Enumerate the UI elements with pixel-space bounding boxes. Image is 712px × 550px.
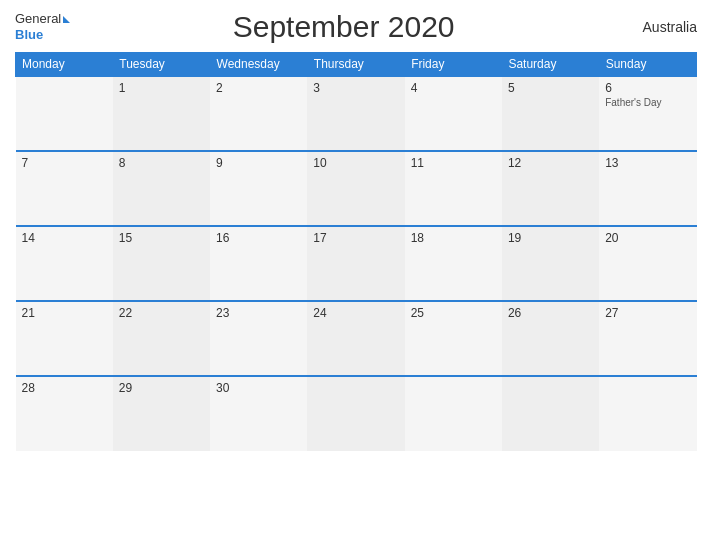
day-number: 17 — [313, 231, 398, 245]
calendar-day-cell: 10 — [307, 151, 404, 226]
day-number: 26 — [508, 306, 593, 320]
calendar-day-cell: 16 — [210, 226, 307, 301]
calendar-container: General Blue September 2020 Australia Mo… — [0, 0, 712, 550]
calendar-day-cell: 23 — [210, 301, 307, 376]
country-label: Australia — [617, 19, 697, 35]
day-number: 10 — [313, 156, 398, 170]
day-number: 29 — [119, 381, 204, 395]
calendar-week-row: 78910111213 — [16, 151, 697, 226]
header-friday: Friday — [405, 53, 502, 77]
day-number: 6 — [605, 81, 690, 95]
day-number: 2 — [216, 81, 301, 95]
calendar-day-cell: 26 — [502, 301, 599, 376]
calendar-day-cell: 17 — [307, 226, 404, 301]
calendar-day-cell: 2 — [210, 76, 307, 151]
calendar-day-cell: 15 — [113, 226, 210, 301]
day-number: 4 — [411, 81, 496, 95]
day-number: 22 — [119, 306, 204, 320]
calendar-week-row: 21222324252627 — [16, 301, 697, 376]
logo-triangle-icon — [63, 16, 70, 23]
calendar-day-cell: 8 — [113, 151, 210, 226]
calendar-day-cell: 7 — [16, 151, 113, 226]
calendar-day-cell: 21 — [16, 301, 113, 376]
calendar-day-cell: 6Father's Day — [599, 76, 696, 151]
day-number: 15 — [119, 231, 204, 245]
day-number: 27 — [605, 306, 690, 320]
calendar-day-cell: 19 — [502, 226, 599, 301]
calendar-day-cell: 1 — [113, 76, 210, 151]
day-number: 23 — [216, 306, 301, 320]
calendar-day-cell: 18 — [405, 226, 502, 301]
calendar-title: September 2020 — [70, 10, 617, 44]
calendar-day-cell: 29 — [113, 376, 210, 451]
calendar-day-cell: 12 — [502, 151, 599, 226]
logo: General Blue — [15, 11, 70, 42]
day-number: 12 — [508, 156, 593, 170]
calendar-day-cell: 9 — [210, 151, 307, 226]
day-number: 11 — [411, 156, 496, 170]
holiday-label: Father's Day — [605, 97, 690, 108]
day-number: 20 — [605, 231, 690, 245]
calendar-day-cell: 30 — [210, 376, 307, 451]
header-sunday: Sunday — [599, 53, 696, 77]
calendar-day-cell — [307, 376, 404, 451]
day-number: 25 — [411, 306, 496, 320]
day-number: 7 — [22, 156, 107, 170]
calendar-day-cell: 11 — [405, 151, 502, 226]
calendar-grid: Monday Tuesday Wednesday Thursday Friday… — [15, 52, 697, 451]
day-number: 5 — [508, 81, 593, 95]
logo-general-text: General — [15, 11, 61, 27]
calendar-day-cell: 3 — [307, 76, 404, 151]
header-thursday: Thursday — [307, 53, 404, 77]
calendar-day-cell — [599, 376, 696, 451]
header-tuesday: Tuesday — [113, 53, 210, 77]
day-number: 13 — [605, 156, 690, 170]
logo-blue-text: Blue — [15, 27, 70, 43]
day-number: 1 — [119, 81, 204, 95]
calendar-day-cell: 24 — [307, 301, 404, 376]
calendar-day-cell: 14 — [16, 226, 113, 301]
day-number: 30 — [216, 381, 301, 395]
calendar-day-cell: 4 — [405, 76, 502, 151]
calendar-day-cell — [502, 376, 599, 451]
calendar-week-row: 282930 — [16, 376, 697, 451]
header-saturday: Saturday — [502, 53, 599, 77]
calendar-day-cell: 5 — [502, 76, 599, 151]
header-monday: Monday — [16, 53, 113, 77]
day-number: 19 — [508, 231, 593, 245]
calendar-day-cell: 20 — [599, 226, 696, 301]
day-number: 3 — [313, 81, 398, 95]
header-wednesday: Wednesday — [210, 53, 307, 77]
day-number: 28 — [22, 381, 107, 395]
day-number: 24 — [313, 306, 398, 320]
calendar-day-cell — [16, 76, 113, 151]
calendar-week-row: 123456Father's Day — [16, 76, 697, 151]
calendar-week-row: 14151617181920 — [16, 226, 697, 301]
day-number: 18 — [411, 231, 496, 245]
weekday-header-row: Monday Tuesday Wednesday Thursday Friday… — [16, 53, 697, 77]
day-number: 8 — [119, 156, 204, 170]
calendar-day-cell — [405, 376, 502, 451]
header: General Blue September 2020 Australia — [15, 10, 697, 44]
calendar-day-cell: 27 — [599, 301, 696, 376]
day-number: 9 — [216, 156, 301, 170]
calendar-day-cell: 22 — [113, 301, 210, 376]
day-number: 21 — [22, 306, 107, 320]
day-number: 16 — [216, 231, 301, 245]
calendar-day-cell: 28 — [16, 376, 113, 451]
calendar-day-cell: 25 — [405, 301, 502, 376]
day-number: 14 — [22, 231, 107, 245]
calendar-day-cell: 13 — [599, 151, 696, 226]
